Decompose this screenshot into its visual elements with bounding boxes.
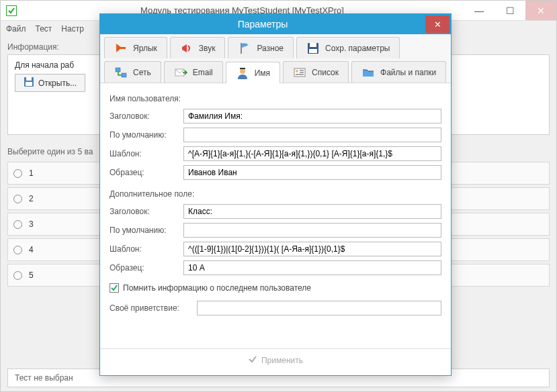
tab-label: Список bbox=[312, 68, 339, 77]
tab-save[interactable]: Сохр. параметры bbox=[296, 37, 400, 58]
remember-checkbox-row[interactable]: Помнить информацию о последнем пользоват… bbox=[110, 283, 441, 293]
svg-rect-17 bbox=[296, 74, 304, 75]
open-button[interactable]: Открыть... bbox=[15, 74, 85, 92]
svg-rect-3 bbox=[120, 47, 126, 49]
checkbox-icon bbox=[110, 283, 119, 293]
window-buttons: — ☐ ✕ bbox=[464, 1, 556, 20]
dialog-title: Параметры bbox=[100, 19, 425, 30]
label-sample2: Образец: bbox=[110, 263, 177, 273]
label-header: Заголовок: bbox=[110, 111, 177, 121]
label-default2: По умолчанию: bbox=[110, 226, 177, 235]
label-sample: Образец: bbox=[110, 168, 177, 177]
input-extra-default[interactable] bbox=[183, 223, 441, 238]
label-pattern: Шаблон: bbox=[110, 149, 177, 158]
radio-icon bbox=[13, 246, 22, 254]
input-user-default[interactable] bbox=[183, 128, 441, 142]
radio-label: 5 bbox=[29, 271, 34, 280]
svg-rect-9 bbox=[122, 73, 126, 77]
tab-network[interactable]: Сеть bbox=[104, 61, 161, 83]
input-user-sample[interactable] bbox=[183, 165, 441, 180]
tabbar: Ярлык Звук Разное Сохр. параметры Сеть E… bbox=[100, 34, 451, 83]
user-section-title: Имя пользователя: bbox=[110, 94, 441, 103]
tab-label: Файлы и папки bbox=[380, 68, 436, 77]
radio-icon bbox=[13, 220, 22, 229]
svg-rect-1 bbox=[26, 77, 32, 81]
svg-point-14 bbox=[296, 70, 298, 72]
tab-list[interactable]: Список bbox=[283, 61, 349, 83]
radio-label: 3 bbox=[29, 219, 34, 229]
dialog-close-button[interactable]: ✕ bbox=[425, 15, 449, 33]
input-user-pattern[interactable] bbox=[183, 146, 441, 161]
input-extra-sample[interactable] bbox=[183, 260, 441, 275]
apply-label: Применить bbox=[261, 356, 303, 365]
flag-icon bbox=[238, 42, 251, 55]
label-header2: Заголовок: bbox=[110, 207, 177, 216]
input-user-header[interactable] bbox=[183, 109, 441, 124]
menu-test[interactable]: Тест bbox=[36, 24, 52, 34]
menu-file[interactable]: Файл bbox=[6, 24, 26, 34]
open-label: Открыть... bbox=[38, 79, 77, 88]
email-icon bbox=[174, 66, 187, 79]
label-default: По умолчанию: bbox=[110, 130, 177, 140]
svg-point-11 bbox=[240, 68, 245, 74]
svg-rect-6 bbox=[310, 43, 316, 47]
shortcut-icon bbox=[114, 42, 128, 55]
tab-label: Звук bbox=[199, 44, 216, 53]
tab-label: Сохр. параметры bbox=[325, 44, 390, 53]
tab-name[interactable]: Имя bbox=[226, 62, 280, 83]
tab-label: Имя bbox=[255, 68, 270, 78]
apply-row: Применить bbox=[100, 348, 451, 371]
close-button[interactable]: ✕ bbox=[525, 1, 556, 20]
svg-rect-16 bbox=[300, 72, 304, 73]
input-extra-header[interactable] bbox=[183, 204, 441, 219]
check-icon bbox=[248, 354, 257, 366]
svg-rect-8 bbox=[116, 68, 120, 72]
tab-shortcut[interactable]: Ярлык bbox=[104, 37, 167, 58]
maximize-button[interactable]: ☐ bbox=[495, 1, 525, 20]
tab-email[interactable]: Email bbox=[164, 61, 223, 83]
dialog-titlebar: Параметры ✕ bbox=[100, 14, 451, 34]
input-greeting[interactable] bbox=[197, 301, 441, 315]
app-icon bbox=[6, 5, 17, 16]
label-pattern2: Шаблон: bbox=[110, 244, 177, 254]
megaphone-icon bbox=[180, 42, 194, 55]
label-greeting: Своё приветствие: bbox=[110, 303, 190, 313]
folder-icon bbox=[361, 66, 375, 79]
svg-rect-7 bbox=[309, 49, 317, 53]
radio-icon bbox=[13, 271, 22, 280]
minimize-button[interactable]: — bbox=[464, 1, 495, 20]
radio-label: 1 bbox=[29, 168, 34, 178]
tab-label: Ярлык bbox=[133, 44, 157, 53]
input-extra-pattern[interactable] bbox=[183, 242, 441, 256]
radio-label: 2 bbox=[29, 194, 34, 203]
radio-icon bbox=[13, 169, 22, 178]
settings-dialog: Параметры ✕ Ярлык Звук Разное Сохр. пара… bbox=[99, 13, 452, 376]
svg-rect-15 bbox=[300, 70, 304, 71]
remember-label: Помнить информацию о последнем пользоват… bbox=[123, 283, 311, 293]
user-icon bbox=[236, 66, 249, 80]
status-text: Тест не выбран bbox=[15, 373, 73, 383]
tab-label: Разное bbox=[257, 44, 284, 53]
extra-section-title: Дополнительное поле: bbox=[110, 189, 441, 199]
apply-button[interactable]: Применить bbox=[248, 354, 303, 366]
network-icon bbox=[114, 66, 128, 79]
tab-sound[interactable]: Звук bbox=[170, 37, 226, 58]
svg-rect-4 bbox=[241, 43, 242, 54]
svg-rect-2 bbox=[26, 82, 32, 86]
tab-label: Сеть bbox=[133, 68, 151, 77]
tab-label: Email bbox=[193, 68, 213, 77]
menu-settings[interactable]: Настр bbox=[61, 24, 84, 34]
radio-icon bbox=[13, 195, 22, 203]
list-icon bbox=[293, 66, 306, 79]
tab-misc[interactable]: Разное bbox=[228, 37, 294, 58]
tab-files[interactable]: Файлы и папки bbox=[351, 61, 446, 83]
floppy-icon bbox=[24, 77, 34, 89]
save-icon bbox=[306, 42, 320, 55]
svg-rect-12 bbox=[240, 68, 245, 69]
form-area: Имя пользователя: Заголовок: По умолчани… bbox=[100, 83, 451, 326]
radio-label: 4 bbox=[29, 245, 34, 254]
